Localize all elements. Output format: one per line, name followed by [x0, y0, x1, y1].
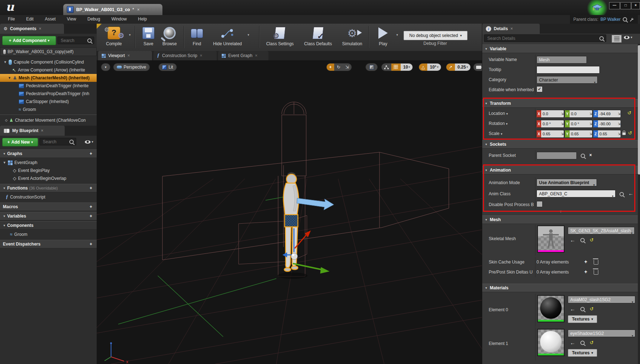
find-button[interactable]: Find	[186, 25, 208, 46]
hide-unrelated-options-icon[interactable]: ▾	[248, 33, 249, 37]
section-transform[interactable]: ▼Transform	[482, 99, 638, 108]
expand-icon[interactable]: ▼	[8, 76, 11, 80]
add-macro-icon[interactable]: +	[88, 204, 94, 209]
details-view-options[interactable]: ▾	[624, 36, 632, 39]
search-icon[interactable]	[623, 17, 627, 22]
browse-to-asset-icon[interactable]	[580, 307, 585, 311]
tab-close-icon[interactable]: ×	[137, 7, 140, 12]
add-element-icon[interactable]: +	[584, 269, 587, 275]
compile-options-icon[interactable]: ▾	[129, 33, 131, 37]
reset-icon[interactable]: ↺	[590, 340, 594, 345]
expand-icon[interactable]: ▼	[4, 60, 7, 64]
graphs-header[interactable]: ▼Graphs +	[0, 149, 97, 158]
browse-button[interactable]: Browse	[158, 25, 181, 46]
material-0-thumbnail[interactable]	[537, 295, 565, 322]
surface-snap-button[interactable]	[382, 64, 391, 71]
myblueprint-search[interactable]	[40, 138, 76, 145]
menu-view[interactable]: View	[62, 15, 81, 23]
section-materials[interactable]: ▼Materials	[482, 284, 638, 292]
menu-window[interactable]: Window	[106, 15, 132, 23]
rotation-snap-toggle[interactable]: △	[419, 64, 427, 71]
close-button[interactable]: ×	[631, 2, 640, 9]
tab-my-blueprint[interactable]: My Blueprint ×	[0, 126, 65, 136]
reset-icon[interactable]: ↺	[590, 238, 594, 242]
row-event-beginplay[interactable]: ◇ Event BeginPlay	[0, 167, 97, 174]
minimize-button[interactable]: —	[609, 2, 620, 9]
material-1-textures-button[interactable]: Textures▾	[568, 349, 597, 357]
tree-row-pedestriandeathtrigger[interactable]: PedestrianDeathTrigger (Inherite	[0, 82, 97, 90]
tab-event-graph[interactable]: Event Graph ×	[218, 51, 268, 60]
skeletal-mesh-thumbnail[interactable]	[537, 225, 565, 253]
tab-components[interactable]: ⚙ Components ×	[0, 24, 64, 34]
camera-speed-button[interactable]	[474, 64, 482, 71]
details-scrollbar[interactable]	[638, 44, 640, 364]
add-function-icon[interactable]: +	[88, 186, 94, 191]
myblueprint-close-icon[interactable]: ×	[41, 128, 43, 133]
use-selected-icon[interactable]: ←	[570, 238, 575, 242]
editable-checkbox[interactable]: ✓	[537, 86, 543, 92]
tree-row-arrow[interactable]: ↖ Arrow Component (Arrow) (Inherite	[0, 66, 97, 74]
components-search-input[interactable]	[60, 38, 86, 43]
tree-row-carstopper[interactable]: CarStopper (Inherited)	[0, 98, 97, 106]
use-selected-icon[interactable]: ←	[570, 307, 575, 311]
variable-name-field[interactable]: Mesh	[537, 56, 587, 64]
tab-close-icon[interactable]: ×	[255, 53, 257, 58]
row-eventgraph[interactable]: ▼ EventGraph	[0, 159, 97, 167]
class-settings-button[interactable]: ⚙ Class Settings	[263, 25, 297, 46]
variables-header[interactable]: ▼Variables +	[0, 212, 97, 220]
event-dispatchers-header[interactable]: Event Dispatchers +	[0, 240, 97, 248]
material-1-thumbnail[interactable]	[537, 329, 565, 356]
section-sockets[interactable]: ▼Sockets	[482, 140, 638, 149]
world-local-toggle[interactable]	[365, 63, 378, 71]
details-search-input[interactable]	[487, 36, 598, 41]
section-variable[interactable]: ▼Variable	[482, 45, 638, 53]
section-mesh[interactable]: ▼Mesh	[482, 215, 638, 224]
components-close-icon[interactable]: ×	[39, 26, 41, 31]
tab-viewport[interactable]: Viewport ×	[98, 51, 152, 60]
wrench-icon[interactable]	[629, 17, 634, 22]
scale-mode-button[interactable]: ⇲	[343, 64, 351, 71]
maximize-button[interactable]: □	[620, 2, 631, 9]
socket-search-icon[interactable]	[581, 154, 585, 158]
grid-snap-value[interactable]: 10▾	[401, 64, 413, 71]
tab-close-icon[interactable]: ×	[200, 53, 202, 58]
parent-class-value[interactable]: BP Walker	[600, 17, 621, 22]
scale-snap-toggle[interactable]: ↗	[446, 64, 455, 71]
asset-document-tab[interactable]: BP_Walker_AB001_G3_co * ×	[63, 4, 162, 15]
rotate-mode-button[interactable]: ↻	[334, 64, 343, 71]
animation-mode-dropdown[interactable]: Use Animation Blueprint▾	[537, 179, 597, 186]
property-matrix-button[interactable]	[612, 35, 622, 43]
play-options-icon[interactable]: ▾	[396, 33, 398, 37]
play-button[interactable]: Play	[372, 25, 394, 46]
details-close-icon[interactable]: ×	[510, 26, 513, 31]
add-dispatcher-icon[interactable]: +	[88, 242, 94, 247]
simulation-button[interactable]: ⚙ Simulation	[337, 25, 367, 46]
row-event-actorbeginoverlap[interactable]: ◇ Event ActorBeginOverlap	[0, 174, 97, 182]
tooltip-field[interactable]	[537, 66, 600, 74]
disable-post-process-checkbox[interactable]	[537, 201, 543, 207]
rotation-snap-value[interactable]: 10°▾	[427, 64, 441, 71]
components-search[interactable]	[57, 37, 94, 44]
scale-lock-icon[interactable]	[622, 132, 626, 135]
menu-help[interactable]: Help	[133, 15, 152, 23]
details-search[interactable]	[484, 34, 606, 42]
anim-class-browse-icon[interactable]	[620, 192, 624, 196]
translate-mode-button[interactable]: +	[327, 64, 334, 71]
save-button[interactable]: Save	[137, 25, 160, 46]
reset-location-icon[interactable]: ↺	[627, 111, 631, 115]
compile-button[interactable]: ? ⚙⚙ Compile	[100, 25, 128, 46]
skeletal-mesh-dropdown[interactable]: SK_GEN3_SK_ZBAsiaM_slash▾	[568, 227, 635, 234]
menu-debug[interactable]: Debug	[82, 15, 105, 23]
macros-header[interactable]: Macros +	[0, 202, 97, 211]
material-0-textures-button[interactable]: Textures▾	[568, 315, 597, 323]
tree-row-character-movement[interactable]: ◇ ♟ Character Movement (CharMoveCon	[0, 116, 97, 124]
visibility-filter-button[interactable]: ▾	[85, 138, 95, 146]
scale-snap-value[interactable]: 0.25▾	[455, 64, 470, 71]
menu-file[interactable]: File	[3, 15, 20, 23]
lit-mode-button[interactable]: Lit	[158, 63, 177, 71]
row-constructionscript[interactable]: ƒ ConstructionScript	[0, 193, 97, 201]
add-graph-icon[interactable]: +	[88, 151, 94, 156]
tree-row-pedestrianpropdeathtrigger[interactable]: PedestrianPropDeathTrigger (Inh	[0, 90, 97, 98]
socket-clear-icon[interactable]: ×	[589, 153, 592, 158]
use-selected-icon[interactable]: ←	[570, 341, 575, 345]
